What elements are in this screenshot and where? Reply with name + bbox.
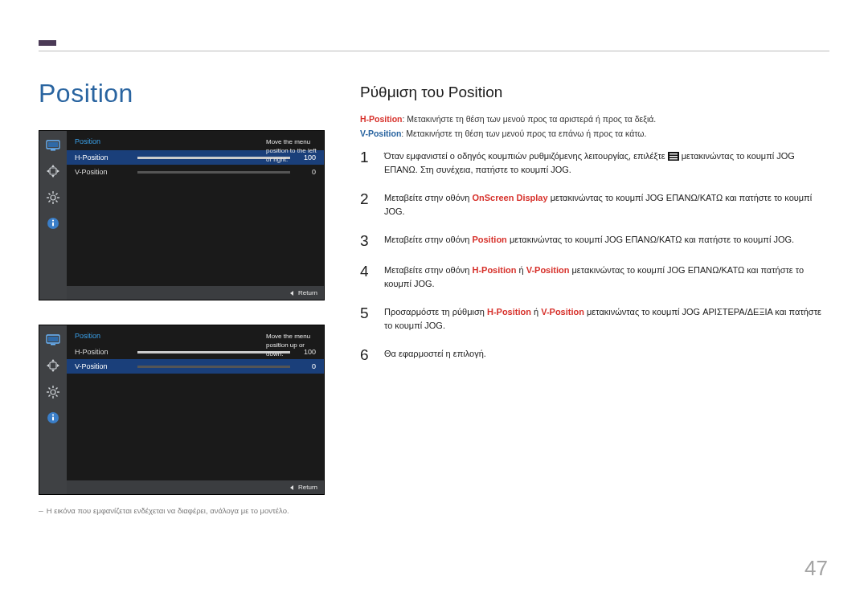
- svg-line-12: [56, 194, 58, 195]
- section-heading: Ρύθμιση του Position: [360, 84, 502, 101]
- svg-rect-17: [48, 337, 58, 341]
- step-item: 2Μεταβείτε στην οθόνη OnScreen Display μ…: [360, 191, 829, 219]
- svg-line-11: [49, 201, 51, 202]
- step-item: 3Μεταβείτε στην οθόνη Position μετακινών…: [360, 233, 829, 249]
- svg-point-20: [51, 390, 55, 394]
- svg-rect-34: [669, 156, 678, 157]
- arrows-icon: [45, 163, 61, 179]
- info-icon: [46, 216, 60, 231]
- step-number: 6: [360, 347, 373, 363]
- osd-screenshot-v: Position H-Position 100 V-Position 0 Mov…: [39, 325, 325, 495]
- def-v-position: V-Position: Μετακινήστε τη θέση των μενο…: [360, 127, 820, 140]
- def-h-position: H-Position: Μετακινήστε τη θέση των μενο…: [360, 112, 820, 125]
- step-item: 1Όταν εμφανιστεί ο οδηγός κουμπιών ρυθμι…: [360, 149, 829, 177]
- svg-point-30: [52, 414, 54, 415]
- step-number: 1: [360, 149, 373, 177]
- step-text: Όταν εμφανιστεί ο οδηγός κουμπιών ρυθμιζ…: [384, 149, 829, 177]
- svg-line-10: [56, 201, 58, 202]
- menu-icon: [668, 152, 679, 161]
- svg-line-28: [56, 388, 58, 390]
- step-text: Θα εφαρμοστεί η επιλογή.: [384, 347, 829, 363]
- step-item: 4Μεταβείτε στην οθόνη H-Position ή V-Pos…: [360, 264, 829, 291]
- svg-rect-15: [52, 223, 54, 227]
- step-item: 6Θα εφαρμοστεί η επιλογή.: [360, 347, 829, 363]
- svg-rect-2: [51, 149, 55, 151]
- osd-row-v: V-Position 0: [67, 359, 324, 374]
- osd-screenshot-h: Position H-Position 100 V-Position 0 Mov…: [39, 130, 325, 300]
- return-arrow-icon: [290, 291, 293, 296]
- gear-icon: [46, 385, 60, 399]
- svg-rect-3: [50, 168, 56, 174]
- step-number: 2: [360, 191, 373, 219]
- svg-rect-18: [51, 344, 55, 345]
- svg-line-25: [49, 388, 51, 390]
- svg-rect-1: [48, 142, 58, 147]
- osd-row-v: V-Position 0: [67, 165, 324, 179]
- svg-line-9: [49, 194, 51, 195]
- monitor-icon: [45, 333, 61, 346]
- svg-point-14: [52, 219, 54, 221]
- svg-line-26: [56, 395, 58, 397]
- step-text: Μεταβείτε στην οθόνη H-Position ή V-Posi…: [384, 264, 829, 291]
- osd-return-label: Return: [298, 484, 317, 491]
- step-number: 5: [360, 305, 373, 333]
- osd-help-text: Move the menu position to the left or ri…: [266, 137, 319, 164]
- step-text: Προσαρμόστε τη ρύθμιση H-Position ή V-Po…: [384, 305, 829, 333]
- step-text: Μεταβείτε στην οθόνη OnScreen Display με…: [384, 191, 829, 219]
- return-arrow-icon: [290, 485, 293, 490]
- svg-line-27: [49, 395, 51, 397]
- svg-point-4: [51, 195, 55, 200]
- step-number: 3: [360, 233, 373, 249]
- steps-list: 1Όταν εμφανιστεί ο οδηγός κουμπιών ρυθμι…: [360, 149, 829, 378]
- model-note: ―Η εικόνα που εμφανίζεται ενδέχεται να δ…: [39, 506, 289, 515]
- page-number: 47: [805, 556, 828, 581]
- svg-rect-31: [52, 417, 54, 421]
- step-item: 5Προσαρμόστε τη ρύθμιση H-Position ή V-P…: [360, 305, 829, 333]
- svg-rect-19: [50, 362, 56, 369]
- gear-icon: [46, 190, 60, 205]
- header-rule: [39, 51, 829, 51]
- monitor-icon: [45, 139, 61, 152]
- step-text: Μεταβείτε στην οθόνη Position μετακινώντ…: [384, 233, 829, 249]
- osd-return-label: Return: [298, 289, 317, 296]
- svg-rect-33: [669, 153, 678, 154]
- arrows-icon: [45, 358, 61, 374]
- page-title: Position: [39, 79, 133, 108]
- info-icon: [46, 411, 60, 425]
- step-number: 4: [360, 264, 373, 291]
- osd-help-text: Move the menu position up or down.: [266, 332, 319, 358]
- header-chip: [39, 40, 56, 46]
- svg-rect-35: [669, 158, 678, 159]
